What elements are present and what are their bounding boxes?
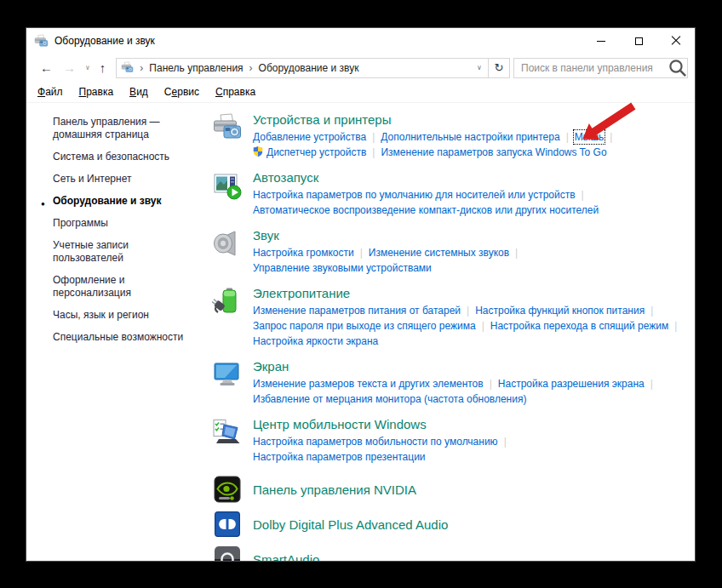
sidebar-item[interactable]: Панель управления — домашняя страница xyxy=(41,116,187,141)
forward-icon: → xyxy=(63,60,76,75)
sidebar-item[interactable]: Часы, язык и регион xyxy=(41,309,187,322)
link-separator: | xyxy=(650,378,653,390)
task-link[interactable]: Настройка параметров мобильности по умол… xyxy=(253,436,498,448)
task-link[interactable]: Избавление от мерцания монитора (частота… xyxy=(253,393,526,405)
section-title[interactable]: Центр мобильности Windows xyxy=(253,416,691,432)
task-link[interactable]: Диспетчер устройств xyxy=(266,146,366,158)
sidebar-item-label: Система и безопасность xyxy=(53,151,169,163)
maximize-button[interactable] xyxy=(620,28,657,54)
task-link[interactable]: Изменение размеров текста и других элеме… xyxy=(253,378,484,390)
sidebar-item[interactable]: ●Оборудование и звук xyxy=(41,195,187,208)
refresh-button[interactable]: ↻ xyxy=(488,59,509,77)
menu-item[interactable]: Вид xyxy=(129,86,148,98)
link-separator: | xyxy=(467,305,469,317)
title-bar: Оборудование и звук xyxy=(26,28,695,54)
dolby-icon xyxy=(214,511,241,538)
close-button[interactable] xyxy=(657,28,695,54)
sidebar-item-label: Часы, язык и регион xyxy=(53,309,149,321)
recent-pages-button[interactable]: ∨ xyxy=(81,64,95,71)
task-link[interactable]: Дополнительные настройки принтера xyxy=(381,131,559,143)
sidebar-item[interactable]: Программы xyxy=(41,217,187,230)
search-input[interactable] xyxy=(514,62,668,74)
task-link[interactable]: Настройка разрешения экрана xyxy=(498,378,645,390)
search-box xyxy=(513,58,688,78)
menu-item[interactable]: Справка xyxy=(215,86,255,98)
sidebar-item[interactable]: Учетные записи пользователей xyxy=(41,239,187,265)
link-separator: | xyxy=(650,305,653,317)
link-separator: | xyxy=(582,189,584,201)
back-icon: ← xyxy=(40,60,53,75)
refresh-icon: ↻ xyxy=(495,61,504,74)
task-link[interactable]: Автоматическое воспроизведение компакт-д… xyxy=(253,204,599,216)
section: Панель управления NVIDIA xyxy=(212,474,691,505)
forward-button[interactable]: → xyxy=(58,61,81,74)
breadcrumb-separator-icon[interactable]: › xyxy=(249,62,253,74)
task-link[interactable]: Настройка параметров презентации xyxy=(253,451,426,463)
section: ЭлектропитаниеИзменение параметров питан… xyxy=(212,285,691,349)
section-title[interactable]: Устройства и принтеры xyxy=(253,111,691,128)
section-title[interactable]: Dolby Digital Plus Advanced Audio xyxy=(253,517,691,533)
power-icon xyxy=(212,286,243,317)
sidebar: Панель управления — домашняя страницаСис… xyxy=(26,103,207,561)
breadcrumb-separator-icon[interactable]: › xyxy=(140,62,143,74)
address-bar[interactable]: ›Панель управления›Оборудование и звук ∨… xyxy=(116,58,510,78)
link-separator: | xyxy=(482,320,484,332)
sidebar-item[interactable]: Сеть и Интернет xyxy=(41,173,187,186)
section: ЭкранИзменение размеров текста и других … xyxy=(212,358,691,407)
task-link[interactable]: Добавление устройства xyxy=(253,131,366,143)
task-link[interactable]: Запрос пароля при выходе из спящего режи… xyxy=(253,320,476,332)
devices-printers-icon xyxy=(212,112,243,143)
task-link[interactable]: Настройка яркости экрана xyxy=(253,335,378,347)
task-link[interactable]: Настройка перехода в спящий режим xyxy=(490,320,668,332)
section-title[interactable]: SmartAudio xyxy=(253,551,691,562)
section-title[interactable]: Автозапуск xyxy=(253,169,691,186)
task-link[interactable]: Управление звуковыми устройствами xyxy=(253,262,432,274)
section-title[interactable]: Экран xyxy=(253,358,691,374)
task-link[interactable]: Настройка параметров по умолчанию для но… xyxy=(253,189,576,201)
search-icon[interactable] xyxy=(668,59,687,77)
task-link[interactable]: Изменение параметров питания от батарей xyxy=(253,305,461,317)
sidebar-item-label: Панель управления — домашняя страница xyxy=(53,116,160,140)
display-icon xyxy=(212,359,243,390)
back-button[interactable]: ← xyxy=(35,61,58,74)
chevron-down-icon: ∨ xyxy=(85,64,90,71)
sidebar-item-label: Оборудование и звук xyxy=(53,195,162,207)
address-dropdown-button[interactable]: ∨ xyxy=(471,64,488,71)
sidebar-item-label: Сеть и Интернет xyxy=(53,173,131,185)
task-link[interactable]: Изменение параметров запуска Windows To … xyxy=(381,146,606,158)
breadcrumb-item[interactable]: Панель управления xyxy=(149,62,243,74)
task-link[interactable]: Мышь xyxy=(575,131,605,143)
sidebar-item[interactable]: Система и безопасность xyxy=(41,151,187,163)
breadcrumb-item[interactable]: Оборудование и звук xyxy=(259,62,359,74)
menu-item[interactable]: Правка xyxy=(79,86,114,98)
sidebar-item-label: Программы xyxy=(53,217,108,229)
link-separator: | xyxy=(504,436,507,448)
up-button[interactable]: ↑ xyxy=(95,61,112,74)
sound-icon xyxy=(212,228,243,259)
menu-item[interactable]: Сервис xyxy=(164,86,199,98)
section-title[interactable]: Электропитание xyxy=(253,285,691,301)
mobility-icon xyxy=(212,417,243,448)
task-link[interactable]: Настройка функций кнопок питания xyxy=(475,305,645,317)
sidebar-item[interactable]: Специальные возможности xyxy=(41,331,187,344)
minimize-icon xyxy=(597,41,605,42)
active-bullet-icon: ● xyxy=(41,197,45,210)
main-panel: Устройства и принтерыДобавление устройст… xyxy=(207,103,695,561)
link-separator: | xyxy=(360,247,363,259)
sidebar-item[interactable]: Оформление и персонализация xyxy=(41,274,187,300)
task-link[interactable]: Настройка громкости xyxy=(253,247,354,259)
section-title[interactable]: Панель управления NVIDIA xyxy=(253,482,691,498)
up-icon: ↑ xyxy=(100,60,106,75)
link-separator: | xyxy=(674,320,677,332)
minimize-button[interactable] xyxy=(582,28,620,54)
section-title[interactable]: Звук xyxy=(253,227,691,243)
link-separator: | xyxy=(515,247,518,259)
content-area: Панель управления — домашняя страницаСис… xyxy=(26,103,695,561)
task-link[interactable]: Изменение системных звуков xyxy=(369,247,509,259)
chevron-down-icon: ∨ xyxy=(477,64,482,71)
menu-item[interactable]: Файл xyxy=(37,86,63,98)
autoplay-icon xyxy=(212,170,243,201)
hardware-sound-app-icon xyxy=(34,34,49,49)
section: Dolby Digital Plus Advanced Audio xyxy=(212,509,691,539)
control-panel-window: Оборудование и звук ← → ∨ ↑ ›Панель упра… xyxy=(26,27,696,562)
